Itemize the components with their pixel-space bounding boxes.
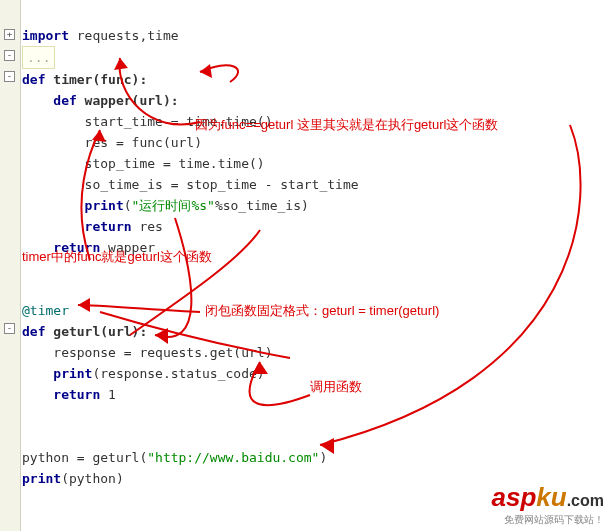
code-text: requests,time — [69, 28, 179, 43]
code-text: (response.status_code) — [92, 366, 264, 381]
code-text: wapper — [100, 240, 155, 255]
code-line: return wapper — [22, 240, 155, 255]
code-line: @timer — [22, 303, 69, 318]
keyword-def: def — [22, 72, 45, 87]
code-text: wapper(url): — [77, 93, 179, 108]
code-line: return 1 — [22, 387, 116, 402]
keyword-print: print — [22, 471, 61, 486]
fold-minus-icon[interactable]: - — [4, 323, 15, 334]
code-line: def timer(func): — [22, 72, 147, 87]
code-line: so_time_is = stop_time - start_time — [22, 177, 359, 192]
code-block: import requests,time ... def timer(func)… — [22, 4, 606, 489]
keyword-print: print — [22, 366, 92, 381]
watermark-text: .com — [567, 492, 604, 509]
code-text: (python) — [61, 471, 124, 486]
code-line: def wapper(url): — [22, 93, 179, 108]
code-line: print(python) — [22, 471, 124, 486]
code-text: res — [132, 219, 163, 234]
code-line: def geturl(url): — [22, 324, 147, 339]
string-literal: "运行时间%s" — [132, 198, 215, 213]
code-text: timer(func): — [45, 72, 147, 87]
keyword-import: import — [22, 28, 69, 43]
code-line: print("运行时间%s"%so_time_is) — [22, 198, 309, 213]
keyword-return: return — [22, 240, 100, 255]
folded-region[interactable]: ... — [22, 46, 55, 69]
code-text: python = geturl( — [22, 450, 147, 465]
code-line: response = requests.get(url) — [22, 345, 272, 360]
code-line: python = geturl("http://www.baidu.com") — [22, 450, 327, 465]
code-line: print(response.status_code) — [22, 366, 265, 381]
code-text: ( — [124, 198, 132, 213]
code-line: import requests,time — [22, 28, 179, 43]
code-text: 1 — [100, 387, 116, 402]
watermark-subtitle: 免费网站源码下载站！ — [492, 513, 605, 527]
code-text: %so_time_is) — [215, 198, 309, 213]
code-text: geturl(url): — [45, 324, 147, 339]
code-text: ) — [319, 450, 327, 465]
code-line: res = func(url) — [22, 135, 202, 150]
gutter: + - - - — [0, 0, 21, 531]
fold-minus-icon[interactable]: - — [4, 71, 15, 82]
fold-plus-icon[interactable]: + — [4, 29, 15, 40]
code-line: stop_time = time.time() — [22, 156, 265, 171]
keyword-print: print — [22, 198, 124, 213]
decorator: @timer — [22, 303, 69, 318]
fold-minus-icon[interactable]: - — [4, 50, 15, 61]
code-line: start_time = time.time() — [22, 114, 272, 129]
keyword-return: return — [22, 219, 132, 234]
keyword-def: def — [22, 93, 77, 108]
string-literal: "http://www.baidu.com" — [147, 450, 319, 465]
keyword-return: return — [22, 387, 100, 402]
code-line: return res — [22, 219, 163, 234]
keyword-def: def — [22, 324, 45, 339]
